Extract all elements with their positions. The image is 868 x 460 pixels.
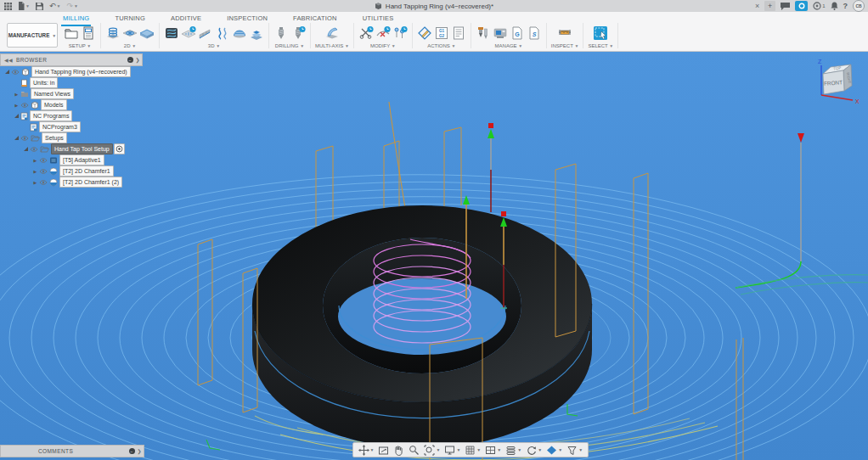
display-settings-icon[interactable]: ▼ [442,443,463,457]
group-label-drilling[interactable]: DRILLING ▼ [275,43,304,48]
group-label-multi-axis[interactable]: MULTI-AXIS ▼ [315,43,349,48]
visibility-eye-icon[interactable] [30,146,38,153]
visibility-eye-icon[interactable] [11,69,20,76]
display-options-icon[interactable]: − [127,57,133,63]
regenerate-icon[interactable]: ▼ [524,443,544,457]
select-icon[interactable] [593,25,608,41]
expand-closed-icon[interactable]: ▶ [13,103,20,108]
toolpath-display-icon[interactable]: ▼ [544,443,565,457]
3d-pocket-icon[interactable] [181,25,196,41]
document-tab[interactable]: Hand Tapping Ring (v4~recovered)* [0,0,868,12]
browser-label[interactable]: Setups [42,132,67,143]
browser-label[interactable]: Units: in [30,77,58,88]
visibility-eye-icon[interactable] [20,102,29,109]
selection-filter-icon[interactable]: ▼ [565,443,585,457]
pan-hand-icon[interactable] [392,443,407,457]
trim-toolpath-icon[interactable] [358,25,374,41]
stock-display-icon[interactable]: ▼ [504,443,524,457]
browser-label[interactable]: [T2] 2D Chamfer1 [59,165,114,177]
viewports-icon[interactable]: ▼ [483,443,504,457]
browser-label[interactable]: NC Programs [30,110,72,121]
comments-bar[interactable]: COMMENTS − ❯ [0,445,144,457]
post-process-icon[interactable] [417,25,432,41]
view-cube[interactable]: Z X FRONT TOP RIGHT [802,54,868,126]
setup-sheet-icon[interactable] [81,25,96,41]
delete-passes-icon[interactable] [375,25,391,41]
browser-item: Hand Tapping Ring (v4~recovered) [0,66,143,77]
template-library-icon[interactable]: S [527,25,542,41]
group-label-3d[interactable]: 3D ▼ [208,43,220,48]
morphed-spiral-icon[interactable] [232,25,247,41]
tool-library-icon[interactable] [476,25,491,41]
browser-panel: ◀◀ BROWSER − ❯ Hand Tapping Ring (v4~rec… [0,53,143,188]
expand-open-icon[interactable] [22,146,30,152]
swarf-icon[interactable] [324,25,340,41]
browser-label[interactable]: Named Views [31,88,74,99]
grid-settings-icon[interactable]: ▼ [463,443,483,457]
group-label-2d[interactable]: 2D ▼ [124,43,136,48]
measure-icon[interactable] [557,25,572,41]
browser-header[interactable]: ◀◀ BROWSER − ❯ [0,53,143,66]
group-label-setup[interactable]: SETUP ▼ [69,43,92,48]
2d-adaptive-icon[interactable] [105,25,121,41]
pan-icon[interactable]: ▼ [356,443,376,457]
expand-closed-icon[interactable]: ▶ [31,180,39,185]
workspace-selector[interactable]: MANUFACTURE ▼ [7,23,58,48]
notifications-bell-icon[interactable] [831,2,838,10]
edit-points-icon[interactable] [392,25,408,41]
comments-options-icon[interactable]: − [129,448,135,454]
group-label-actions[interactable]: ACTIONS ▼ [427,43,455,48]
look-at-icon[interactable] [376,443,392,457]
group-label-manage[interactable]: MANAGE ▼ [495,43,523,48]
new-tab-icon[interactable]: + [764,1,775,11]
active-setup-target-icon[interactable] [114,143,125,154]
expand-closed-icon[interactable]: ▶ [31,169,39,174]
expand-closed-icon[interactable]: ▶ [13,92,20,97]
extensions-icon[interactable]: 1 [813,2,825,10]
visibility-eye-icon[interactable] [39,157,48,164]
2d-pocket-icon[interactable] [122,25,138,41]
3d-ramp-icon[interactable] [215,25,230,41]
browser-label[interactable]: [T5] Adaptive1 [59,154,104,165]
drill-pattern-icon[interactable] [290,25,306,41]
z-axis-label: Z [818,59,822,65]
post-library-icon[interactable]: G [510,25,525,41]
steep-shallow-icon[interactable] [249,25,264,41]
job-status-icon[interactable] [795,1,808,11]
close-tab-icon[interactable]: × [755,2,759,10]
browser-label[interactable]: Hand Tapping Ring (v4~recovered) [31,66,131,77]
nc-code-icon[interactable]: G1G2 [434,25,449,41]
expand-open-icon[interactable] [13,135,20,141]
2d-face-icon[interactable] [139,25,155,41]
3d-adaptive-icon[interactable] [164,25,179,41]
browser-label[interactable]: Hand Tap Tool Setup [51,143,113,154]
new-setup-icon[interactable] [64,25,79,41]
folder-icon [20,90,29,98]
visibility-eye-icon[interactable] [20,135,29,142]
feedback-icon[interactable] [781,3,790,10]
browser-label[interactable]: NCProgram3 [39,121,81,132]
expand-open-icon[interactable] [3,69,11,75]
machine-library-icon[interactable] [493,25,508,41]
group-label-select[interactable]: SELECT ▼ [588,43,613,48]
panel-chevron-icon[interactable]: ❯ [136,57,140,63]
expand-open-icon[interactable] [13,113,20,119]
browser-label[interactable]: Models [41,99,67,110]
user-avatar[interactable]: CB [853,0,865,12]
setup-sheet-action-icon[interactable] [451,25,466,41]
help-icon[interactable]: ? [843,3,848,10]
expand-closed-icon[interactable]: ▶ [31,158,39,163]
collapse-panel-icon[interactable]: ◀◀ [4,57,13,63]
svg-text:G2: G2 [439,33,445,37]
3d-contour-icon[interactable] [198,25,213,41]
visibility-eye-icon[interactable] [39,179,48,186]
group-label-inspect[interactable]: INSPECT ▼ [551,43,579,48]
zoom-icon[interactable] [407,443,422,457]
fit-icon[interactable]: ▼ [422,443,442,457]
group-label-modify[interactable]: MODIFY ▼ [370,43,396,48]
browser-label[interactable]: [T2] 2D Chamfer1 (2) [59,177,122,188]
group-inspect: INSPECT ▼ [547,23,584,48]
drill-icon[interactable] [273,25,289,41]
comments-chevron-icon[interactable]: ❯ [138,448,142,454]
visibility-eye-icon[interactable] [39,168,48,175]
